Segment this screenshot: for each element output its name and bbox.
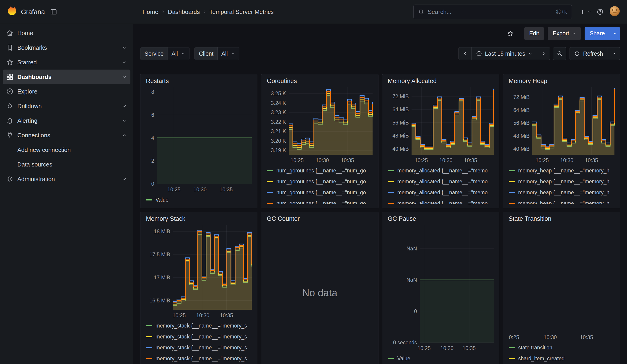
legend-item[interactable]: num_goroutines {__name__="num_go: [267, 199, 372, 204]
sidebar-item-label: Drilldown: [17, 103, 42, 110]
sidebar-item-administration[interactable]: Administration: [3, 172, 130, 186]
panel-title: Memory Heap: [509, 78, 547, 84]
chevron-down-icon: [230, 51, 236, 56]
chart-area[interactable]: [509, 225, 615, 332]
legend-item[interactable]: shard_item_created: [509, 354, 615, 363]
series-color-swatch: [509, 170, 515, 171]
x-axis-labels: 10:2510:3010:35: [146, 310, 252, 320]
export-button[interactable]: Export: [548, 27, 581, 40]
edit-button[interactable]: Edit: [524, 27, 544, 40]
legend-item[interactable]: num_goroutines {__name__="num_go: [267, 188, 372, 197]
no-data-message: No data: [267, 222, 372, 363]
search-input[interactable]: Search... ⌘+k: [413, 4, 572, 19]
x-tick-label: 10:25: [536, 157, 549, 163]
add-button[interactable]: [579, 8, 591, 15]
refresh-button[interactable]: Refresh: [570, 48, 607, 60]
legend-item[interactable]: num_goroutines {__name__="num_go: [267, 166, 372, 175]
user-avatar[interactable]: [609, 6, 620, 18]
zoom-out-button[interactable]: [553, 48, 566, 60]
dashboard-toolbar: Edit Export Share: [133, 24, 627, 43]
chevron-up-icon[interactable]: [121, 132, 127, 138]
panel-gc-counter: GC Counter No data: [261, 212, 378, 364]
legend-item[interactable]: memory_heap {__name__="memory_h: [509, 177, 615, 186]
panel-header[interactable]: Memory Allocated: [388, 78, 494, 85]
nav-brand: Grafana: [0, 5, 133, 19]
chart-area[interactable]: 72 MiB64 MiB56 MiB48 MiB40 MiB: [509, 87, 615, 155]
y-tick-label: NaN: [407, 277, 417, 283]
favorite-star-button[interactable]: [507, 30, 514, 37]
time-shift-back-button[interactable]: [459, 48, 471, 60]
chart-svg: [420, 225, 494, 343]
variable-value-dropdown[interactable]: All: [217, 48, 239, 60]
refresh-interval-button[interactable]: [607, 48, 620, 60]
sidebar-item-explore[interactable]: Explore: [3, 84, 130, 99]
chevron-down-icon[interactable]: [121, 118, 127, 124]
help-button[interactable]: [596, 8, 604, 15]
panel-header[interactable]: GC Pause: [388, 215, 494, 222]
sidebar-item-home[interactable]: Home: [3, 26, 130, 40]
legend-item[interactable]: memory_heap {__name__="memory_h: [509, 199, 615, 204]
sidebar-item-dashboards[interactable]: Dashboards: [3, 70, 130, 84]
legend-item[interactable]: state transition: [509, 343, 615, 352]
y-tick-label: 72 MiB: [392, 93, 409, 100]
chevron-down-icon[interactable]: [121, 74, 127, 80]
dashboards-icon: [6, 73, 14, 81]
legend-item[interactable]: memory_stack {__name__="memory_s: [146, 354, 252, 363]
legend-item[interactable]: memory_allocated {__name__="memo: [388, 188, 494, 197]
breadcrumb-dashboards[interactable]: Dashboards: [168, 8, 200, 15]
chart-area[interactable]: NaNNaN00 seconds: [388, 225, 494, 343]
chart-area[interactable]: 3.25 K3.24 K3.23 K3.22 K3.21 K3.20 K3.19…: [267, 87, 372, 155]
variable-value-dropdown[interactable]: All: [168, 48, 189, 60]
sidebar-item-add-new-connection[interactable]: Add new connection: [3, 143, 130, 157]
sidebar-item-bookmarks[interactable]: Bookmarks: [3, 40, 130, 55]
panel-goroutines: Goroutines 3.25 K3.24 K3.23 K3.22 K3.21 …: [261, 74, 378, 208]
legend-item[interactable]: memory_allocated {__name__="memo: [388, 199, 494, 204]
chevron-down-icon[interactable]: [121, 45, 127, 51]
chevron-down-icon[interactable]: [121, 103, 127, 109]
panel-header[interactable]: State Transition: [509, 215, 615, 222]
y-tick-label: 72 MiB: [513, 94, 530, 100]
legend-item[interactable]: Value: [388, 354, 494, 363]
panel-header[interactable]: Restarts: [146, 78, 252, 85]
sidebar-item-drilldown[interactable]: Drilldown: [3, 99, 130, 113]
sidebar-item-alerting[interactable]: Alerting: [3, 113, 130, 128]
sidebar-item-data-sources[interactable]: Data sources: [3, 157, 130, 172]
legend-item[interactable]: Value: [146, 195, 252, 204]
y-tick-label: 2: [151, 158, 154, 164]
legend-item[interactable]: memory_stack {__name__="memory_s: [146, 332, 252, 341]
chart-svg: [412, 87, 494, 155]
chart-area[interactable]: 18 MiB17.5 MiB17 MiB16.5 MiB: [146, 225, 252, 310]
legend-item[interactable]: memory_stack {__name__="memory_s: [146, 343, 252, 352]
panel-header[interactable]: Memory Stack: [146, 215, 252, 222]
panel-header[interactable]: Goroutines: [267, 78, 372, 85]
legend-item[interactable]: num_goroutines {__name__="num_go: [267, 177, 372, 186]
grafana-logo[interactable]: [5, 5, 17, 19]
plus-icon: [579, 8, 586, 15]
chevron-down-icon: [613, 31, 618, 36]
sidebar-item-starred[interactable]: Starred: [3, 55, 130, 70]
share-menu-button[interactable]: [610, 27, 620, 40]
chart-area[interactable]: 86420: [146, 87, 252, 184]
share-button[interactable]: Share: [585, 27, 610, 40]
sidebar-toggle-button[interactable]: [50, 8, 57, 15]
legend-item[interactable]: memory_allocated {__name__="memo: [388, 177, 494, 186]
share-split-button: Share: [585, 27, 620, 40]
chart-area[interactable]: 72 MiB64 MiB56 MiB48 MiB40 MiB: [388, 87, 494, 155]
legend-item[interactable]: memory_stack {__name__="memory_s: [146, 321, 252, 330]
legend-item[interactable]: memory_allocated {__name__="memo: [388, 166, 494, 175]
breadcrumb-home[interactable]: Home: [143, 8, 158, 15]
time-range-picker[interactable]: Last 15 minutes: [471, 48, 537, 60]
legend-item[interactable]: memory_heap {__name__="memory_h: [509, 166, 615, 175]
legend-item[interactable]: memory_heap {__name__="memory_h: [509, 188, 615, 197]
series-color-swatch: [388, 192, 394, 193]
chevron-down-icon[interactable]: [121, 176, 127, 182]
time-shift-forward-button[interactable]: [537, 48, 550, 60]
chevron-down-icon[interactable]: [121, 59, 127, 65]
chevron-down-icon: [528, 51, 533, 56]
series-color-swatch: [388, 170, 394, 171]
sidebar-item-connections[interactable]: Connections: [3, 128, 130, 143]
panel-header[interactable]: Memory Heap: [509, 78, 615, 85]
series-color-swatch: [509, 203, 515, 204]
panel-header[interactable]: GC Counter: [267, 215, 372, 222]
chart-svg: [532, 87, 615, 155]
